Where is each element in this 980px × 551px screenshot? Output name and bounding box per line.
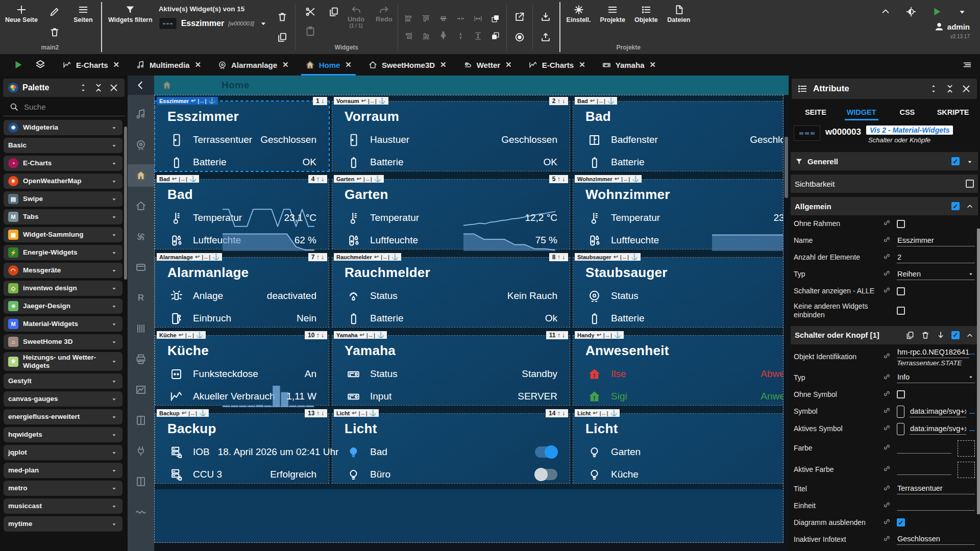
move-back-icon[interactable]: ↩ (352, 410, 356, 416)
align-tool-8-icon[interactable] (419, 28, 434, 43)
duplicate-group-icon[interactable] (905, 331, 915, 340)
checkbox[interactable] (951, 157, 960, 165)
move-back-icon[interactable]: ↩ (590, 97, 595, 104)
run-button[interactable] (929, 4, 944, 19)
attributes-collapse-button[interactable] (944, 83, 955, 94)
open-view-button[interactable] (512, 9, 527, 24)
dashboard-widget-yamaha[interactable]: Yamaha↩|↔|⚓11 ↑ ↓YamahaStatusStandbyInpu… (332, 336, 570, 405)
tab-close-icon[interactable]: ✕ (439, 60, 447, 69)
text-input[interactable]: Esszimmer (897, 235, 975, 246)
palette-group-inventwo-design[interactable]: ◇inventwo design (4, 281, 122, 296)
rail-item-fan-icon[interactable] (128, 226, 154, 248)
text-input[interactable]: Geschlossen (897, 534, 975, 545)
delete-group-icon[interactable] (921, 331, 930, 340)
rail-item-vacuum-icon[interactable] (128, 134, 154, 156)
undo-button[interactable]: Undo (1 / 1) (348, 4, 364, 29)
view-tab-alarmanlage[interactable]: Alarmanlage✕ (209, 54, 297, 76)
rail-item-card-icon[interactable] (128, 256, 154, 279)
widget-order-badge[interactable]: 13 ↑ ↓ (305, 409, 327, 417)
resize-icon[interactable]: |↔| (359, 410, 368, 416)
link-icon[interactable] (883, 389, 894, 400)
resize-icon[interactable]: |↔| (202, 254, 210, 260)
widget-selection-chip[interactable]: Licht↩|↔|⚓ (575, 409, 620, 417)
preview-button[interactable] (512, 30, 527, 45)
projects-button[interactable]: Projekte (600, 4, 625, 24)
color-input[interactable] (897, 443, 951, 454)
move-back-icon[interactable]: ↩ (597, 332, 601, 338)
dashboard-widget-licht[interactable]: Licht↩|↔|⚓14 ↑ ↓LichtBadBüro (332, 414, 570, 483)
align-tool-12-icon[interactable] (488, 28, 503, 43)
select-input[interactable]: Reihen (897, 269, 975, 280)
tab-close-icon[interactable]: ✕ (112, 60, 120, 69)
move-back-icon[interactable]: ↩ (182, 410, 186, 416)
export-button[interactable] (538, 30, 553, 45)
resize-icon[interactable]: |↔| (366, 332, 375, 338)
rail-item-wave-icon[interactable] (128, 501, 154, 523)
chevron-up-icon[interactable] (966, 331, 974, 339)
palette-group-energiefluss-erweitert[interactable]: energiefluss-erweitert (4, 409, 122, 424)
resize-icon[interactable]: |↔| (620, 254, 629, 260)
views-manager-button[interactable] (33, 57, 48, 72)
rail-item-music-icon[interactable] (128, 103, 154, 126)
widget-order-badge[interactable]: 11 ↑ ↓ (546, 331, 568, 339)
widget-order-badge[interactable]: 7 ↑ ↓ (308, 253, 327, 261)
widget-selection-chip[interactable]: Küche↩|↔|⚓ (157, 331, 206, 339)
view-tab-yamaha[interactable]: Yamaha✕ (594, 54, 664, 76)
widget-select-dropdown[interactable] (258, 16, 268, 31)
rail-collapse-button[interactable] (128, 76, 154, 95)
align-tool-1-icon[interactable] (401, 11, 416, 26)
link-icon[interactable] (883, 443, 894, 454)
palette-group-widgeteria[interactable]: ❋Widgeteria (4, 120, 122, 135)
palette-group-metro[interactable]: metro (4, 481, 122, 496)
anchor-icon[interactable]: ⚓ (610, 410, 618, 416)
palette-collapse-button[interactable] (93, 82, 104, 93)
checkbox[interactable] (897, 287, 905, 295)
widget-selection-chip[interactable]: Bad↩|↔|⚓ (157, 175, 199, 183)
anchor-icon[interactable]: ⚓ (379, 97, 386, 104)
checkbox[interactable] (951, 331, 960, 339)
dashboard-widget-esszimmer[interactable]: Esszimmer↩|↔|⚓1 ↓EsszimmerTerrassentuerG… (155, 102, 329, 171)
checkbox[interactable] (966, 180, 974, 188)
move-back-icon[interactable]: ↩ (191, 97, 195, 104)
align-tool-9-icon[interactable] (436, 28, 451, 43)
palette-group-e-charts[interactable]: ◔E-Charts (4, 156, 122, 171)
color-input[interactable] (897, 465, 951, 475)
resize-icon[interactable]: |↔| (188, 410, 197, 416)
widget-selection-chip[interactable]: Staubsauger↩|↔|⚓ (575, 253, 641, 261)
attributes-reorder-button[interactable] (928, 83, 939, 94)
anchor-icon[interactable]: ⚓ (391, 254, 399, 260)
color-swatch[interactable] (958, 440, 975, 457)
link-icon[interactable] (883, 406, 894, 417)
widget-selection-chip[interactable]: Backup↩|↔|⚓ (157, 409, 209, 417)
checkbox[interactable] (897, 220, 905, 228)
palette-group-gestylt[interactable]: Gestylt (4, 373, 122, 389)
text-input[interactable]: 2 (897, 252, 975, 263)
move-back-icon[interactable]: ↩ (172, 176, 177, 182)
move-back-icon[interactable]: ↩ (195, 254, 200, 260)
attr-section-sichtbarkeit[interactable]: Sichtbarkeit (791, 174, 978, 193)
dashboard-widget-k-che[interactable]: Küche↩|↔|⚓10 ↑ ↓KücheFunksteckdoseAnAkue… (155, 336, 329, 405)
palette-group-canvas-gauges[interactable]: canvas-gauges (4, 391, 122, 407)
dashboard-widget-bad[interactable]: Bad↩|↔|⚓3 ↑ ↓BadBadfensterGeschlossenBat… (573, 102, 783, 171)
dashboard-widget-rauchmelder[interactable]: Rauchmelder↩|↔|⚓8 ↑ ↓RauchmelderStatusKe… (332, 258, 570, 327)
align-tool-4-icon[interactable] (453, 11, 469, 26)
resize-icon[interactable]: |↔| (363, 176, 372, 182)
move-back-icon[interactable]: ↩ (615, 176, 619, 182)
palette-group-basic[interactable]: Basic (4, 138, 122, 153)
attr-section-allgemein[interactable]: Allgemein (791, 197, 978, 215)
rail-item-printer-icon[interactable] (128, 348, 154, 370)
move-back-icon[interactable]: ↩ (356, 176, 361, 182)
attr-tab-seite[interactable]: SEITE (794, 105, 838, 120)
widget-order-badge[interactable]: 8 ↑ ↓ (549, 253, 568, 261)
attr-tab-skripte[interactable]: SKRIPTE (931, 105, 975, 120)
checkbox[interactable] (897, 307, 905, 315)
widget-order-badge[interactable]: 4 ↑ ↓ (308, 175, 327, 183)
paste-button[interactable] (303, 23, 318, 39)
cut-button[interactable] (303, 4, 318, 19)
resize-icon[interactable]: |↔| (381, 254, 389, 260)
text-input[interactable] (897, 500, 975, 511)
run-options-button[interactable] (954, 4, 970, 19)
anchor-icon[interactable]: ⚓ (631, 254, 638, 260)
palette-search[interactable] (3, 97, 125, 116)
dashboard-widget-backup[interactable]: Backup↩|↔|⚓13 ↑ ↓BackupIOB18. April 2026… (155, 414, 329, 483)
